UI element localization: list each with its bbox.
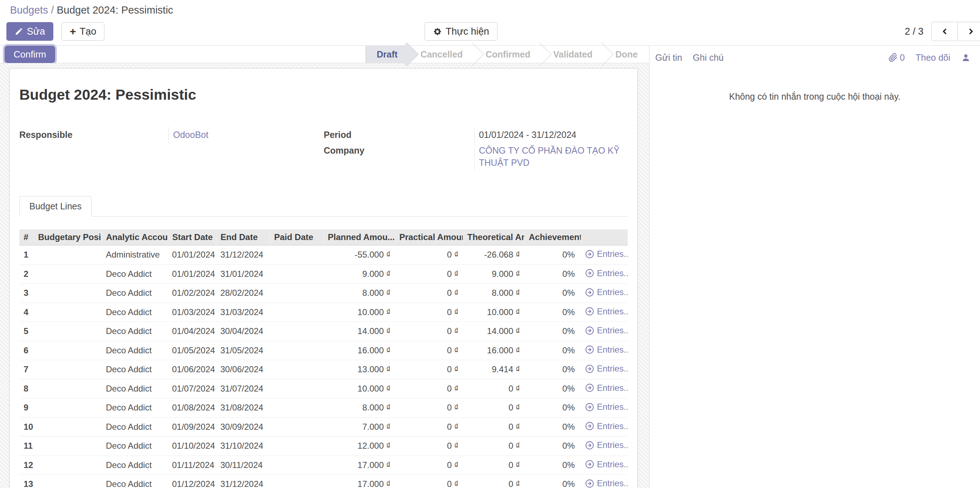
planned-amount-cell[interactable]: 12.000 ₫ — [323, 437, 395, 456]
edit-button[interactable]: Sửa — [6, 22, 53, 41]
planned-amount-cell[interactable]: 14.000 ₫ — [323, 322, 395, 341]
theoretical-amount-cell[interactable]: 0 ₫ — [463, 417, 524, 437]
entries-link[interactable]: Entries... — [585, 345, 628, 355]
paid-date-cell[interactable] — [270, 437, 323, 456]
theoretical-amount-cell[interactable]: 9.414 ₫ — [463, 360, 524, 379]
end-date-cell[interactable]: 31/05/2024 — [216, 341, 270, 360]
confirm-button[interactable]: Confirm — [5, 46, 55, 63]
table-row[interactable]: 5 Deco Addict 01/04/2024 30/04/2024 14.0… — [19, 322, 628, 341]
paid-date-cell[interactable] — [270, 360, 323, 379]
budgetary-position-cell[interactable] — [33, 475, 102, 488]
planned-amount-cell[interactable]: 7.000 ₫ — [323, 417, 395, 437]
start-date-cell[interactable]: 01/08/2024 — [168, 398, 216, 418]
paid-date-cell[interactable] — [270, 341, 323, 360]
entries-link[interactable]: Entries... — [585, 383, 628, 393]
planned-amount-cell[interactable]: 10.000 ₫ — [323, 379, 395, 398]
entries-link[interactable]: Entries... — [585, 364, 628, 374]
budgetary-position-cell[interactable] — [33, 303, 102, 322]
stage-draft[interactable]: Draft — [365, 46, 409, 63]
planned-amount-cell[interactable]: 8.000 ₫ — [323, 398, 395, 418]
analytic-account-cell[interactable]: Deco Addict — [102, 322, 168, 341]
analytic-account-cell[interactable]: Deco Addict — [102, 398, 168, 418]
paid-date-cell[interactable] — [270, 379, 323, 398]
header-analytic-account[interactable]: Analytic Accou... — [102, 229, 168, 246]
theoretical-amount-cell[interactable]: 8.000 ₫ — [463, 284, 524, 303]
table-row[interactable]: 13 Deco Addict 01/12/2024 31/12/2024 17.… — [19, 475, 628, 488]
header-budgetary-position[interactable]: Budgetary Posi... — [33, 229, 102, 246]
entries-link[interactable]: Entries... — [585, 287, 628, 297]
theoretical-amount-cell[interactable]: 9.000 ₫ — [463, 265, 524, 284]
table-row[interactable]: 4 Deco Addict 01/03/2024 31/03/2024 10.0… — [19, 303, 628, 322]
theoretical-amount-cell[interactable]: 0 ₫ — [463, 379, 524, 398]
paid-date-cell[interactable] — [270, 303, 323, 322]
practical-amount-cell[interactable]: 0 ₫ — [395, 475, 463, 488]
pager-previous-button[interactable] — [931, 22, 958, 41]
send-message-button[interactable]: Gửi tin — [655, 52, 682, 63]
end-date-cell[interactable]: 28/02/2024 — [216, 284, 270, 303]
table-row[interactable]: 6 Deco Addict 01/05/2024 31/05/2024 16.0… — [19, 341, 628, 360]
end-date-cell[interactable]: 31/01/2024 — [216, 265, 270, 284]
practical-amount-cell[interactable]: 0 ₫ — [395, 398, 463, 418]
header-start-date[interactable]: Start Date — [168, 229, 216, 246]
start-date-cell[interactable]: 01/10/2024 — [168, 437, 216, 456]
theoretical-amount-cell[interactable]: 0 ₫ — [463, 475, 524, 488]
stage-confirmed[interactable]: Confirmed — [474, 46, 542, 63]
budgetary-position-cell[interactable] — [33, 398, 102, 418]
budgetary-position-cell[interactable] — [33, 322, 102, 341]
company-value-link[interactable]: CÔNG TY CỔ PHẦN ĐÀO TẠO KỸ THUẬT PVD — [479, 146, 619, 168]
paid-date-cell[interactable] — [270, 417, 323, 437]
planned-amount-cell[interactable]: 9.000 ₫ — [323, 265, 395, 284]
practical-amount-cell[interactable]: 0 ₫ — [395, 417, 463, 437]
budgetary-position-cell[interactable] — [33, 284, 102, 303]
end-date-cell[interactable]: 31/10/2024 — [216, 437, 270, 456]
end-date-cell[interactable]: 31/07/2024 — [216, 379, 270, 398]
table-row[interactable]: 8 Deco Addict 01/07/2024 31/07/2024 10.0… — [19, 379, 628, 398]
pager-next-button[interactable] — [958, 22, 980, 41]
analytic-account-cell[interactable]: Deco Addict — [102, 303, 168, 322]
analytic-account-cell[interactable]: Deco Addict — [102, 417, 168, 437]
start-date-cell[interactable]: 01/04/2024 — [168, 322, 216, 341]
practical-amount-cell[interactable]: 0 ₫ — [395, 303, 463, 322]
end-date-cell[interactable]: 31/03/2024 — [216, 303, 270, 322]
end-date-cell[interactable]: 30/11/2024 — [216, 455, 270, 475]
tab-budget-lines[interactable]: Budget Lines — [19, 196, 92, 217]
theoretical-amount-cell[interactable]: 0 ₫ — [463, 398, 524, 418]
practical-amount-cell[interactable]: 0 ₫ — [395, 246, 463, 265]
table-row[interactable]: 11 Deco Addict 01/10/2024 31/10/2024 12.… — [19, 437, 628, 456]
entries-link[interactable]: Entries... — [585, 268, 628, 278]
planned-amount-cell[interactable]: 17.000 ₫ — [323, 475, 395, 488]
practical-amount-cell[interactable]: 0 ₫ — [395, 284, 463, 303]
budgetary-position-cell[interactable] — [33, 417, 102, 437]
table-row[interactable]: 12 Deco Addict 01/11/2024 30/11/2024 17.… — [19, 455, 628, 475]
header-planned-amount[interactable]: Planned Amou... — [323, 229, 395, 246]
header-end-date[interactable]: End Date — [216, 229, 270, 246]
end-date-cell[interactable]: 31/12/2024 — [216, 475, 270, 488]
table-row[interactable]: 2 Deco Addict 01/01/2024 31/01/2024 9.00… — [19, 265, 628, 284]
entries-link[interactable]: Entries... — [585, 440, 628, 450]
entries-link[interactable]: Entries... — [585, 478, 628, 488]
start-date-cell[interactable]: 01/02/2024 — [168, 284, 216, 303]
planned-amount-cell[interactable]: 16.000 ₫ — [323, 341, 395, 360]
entries-link[interactable]: Entries... — [585, 459, 628, 469]
theoretical-amount-cell[interactable]: 16.000 ₫ — [463, 341, 524, 360]
theoretical-amount-cell[interactable]: 14.000 ₫ — [463, 322, 524, 341]
end-date-cell[interactable]: 30/09/2024 — [216, 417, 270, 437]
stage-cancelled[interactable]: Cancelled — [409, 46, 474, 63]
end-date-cell[interactable]: 30/06/2024 — [216, 360, 270, 379]
planned-amount-cell[interactable]: -55.000 ₫ — [323, 246, 395, 265]
header-paid-date[interactable]: Paid Date — [270, 229, 323, 246]
analytic-account-cell[interactable]: Deco Addict — [102, 360, 168, 379]
header-achievement[interactable]: Achievement — [524, 229, 581, 246]
start-date-cell[interactable]: 01/06/2024 — [168, 360, 216, 379]
entries-link[interactable]: Entries... — [585, 421, 628, 431]
planned-amount-cell[interactable]: 8.000 ₫ — [323, 284, 395, 303]
theoretical-amount-cell[interactable]: 10.000 ₫ — [463, 303, 524, 322]
start-date-cell[interactable]: 01/05/2024 — [168, 341, 216, 360]
planned-amount-cell[interactable]: 10.000 ₫ — [323, 303, 395, 322]
budgetary-position-cell[interactable] — [33, 437, 102, 456]
start-date-cell[interactable]: 01/03/2024 — [168, 303, 216, 322]
theoretical-amount-cell[interactable]: 0 ₫ — [463, 437, 524, 456]
header-practical-amount[interactable]: Practical Amount — [395, 229, 463, 246]
budgetary-position-cell[interactable] — [33, 341, 102, 360]
practical-amount-cell[interactable]: 0 ₫ — [395, 455, 463, 475]
